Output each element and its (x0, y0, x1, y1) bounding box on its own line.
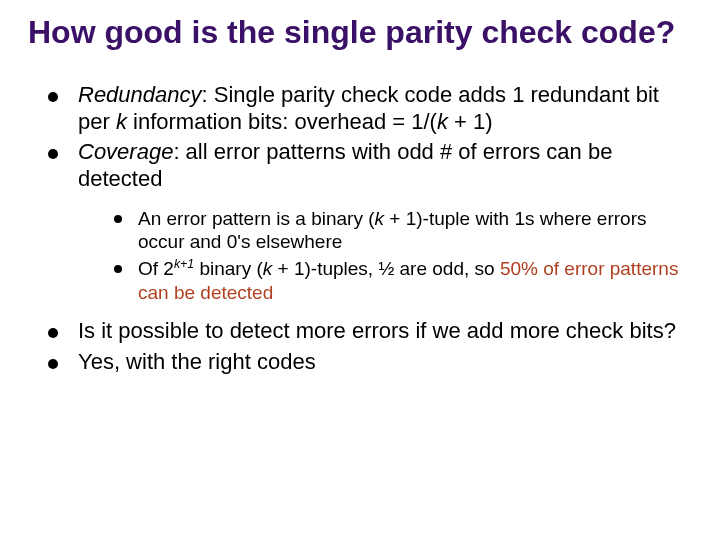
var-k: k (437, 109, 448, 134)
subbullet-error-pattern: An error pattern is a binary (k + 1)-tup… (114, 207, 692, 253)
slide: How good is the single parity check code… (0, 0, 720, 540)
bullet-question: Is it possible to detect more errors if … (48, 318, 692, 345)
var-k: k (263, 259, 273, 280)
text: binary ( (194, 259, 263, 280)
text: + 1) (448, 109, 493, 134)
text: + 1)-tuples, ½ are odd, so (272, 259, 500, 280)
text: information bits: overhead = 1/( (127, 109, 437, 134)
bullet-list-level1: Redundancy: Single parity check code add… (48, 82, 692, 376)
bullet-answer: Yes, with the right codes (48, 349, 692, 376)
var-k: k (375, 208, 385, 229)
lead-word: Coverage (78, 139, 173, 164)
text: An error pattern is a binary ( (138, 208, 375, 229)
text: Of 2 (138, 259, 174, 280)
bullet-redundancy: Redundancy: Single parity check code add… (48, 82, 692, 136)
bullet-coverage: Coverage: all error patterns with odd # … (48, 139, 692, 304)
var-k: k (116, 109, 127, 134)
superscript: k+1 (174, 257, 194, 271)
bullet-list-level2: An error pattern is a binary (k + 1)-tup… (114, 207, 692, 304)
slide-title: How good is the single parity check code… (28, 14, 692, 52)
lead-word: Redundancy (78, 82, 202, 107)
subbullet-fifty-percent: Of 2k+1 binary (k + 1)-tuples, ½ are odd… (114, 257, 692, 304)
